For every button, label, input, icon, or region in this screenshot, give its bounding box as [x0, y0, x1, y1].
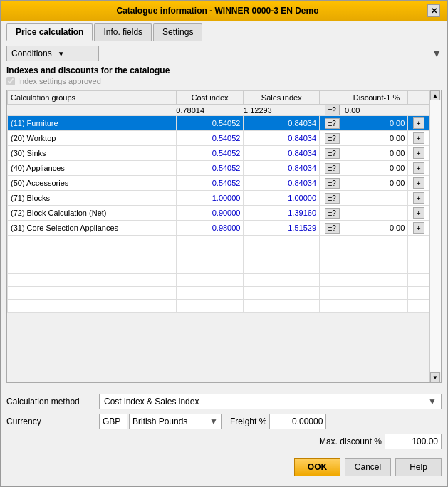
pm-button-row[interactable]: ±?: [325, 223, 340, 234]
data-table: Calculation groups Cost index Sales inde…: [7, 90, 429, 313]
plus-button-row[interactable]: +: [413, 132, 424, 144]
plus-button-row[interactable]: +: [413, 117, 424, 129]
currency-row: Currency British Pounds ▼ Freight %: [6, 414, 442, 429]
cell-sales: 0.84034: [244, 131, 320, 146]
cell-discount: 0.00: [345, 116, 408, 131]
header-pm-btn[interactable]: ±?: [320, 105, 345, 116]
cell-cost: 0.54052: [176, 131, 244, 146]
tab-info-fields[interactable]: Info. fields: [94, 23, 152, 41]
conditions-dropdown[interactable]: Conditions ▼: [6, 46, 99, 61]
pm-button-row[interactable]: ±?: [325, 148, 340, 159]
col-header-cost: Cost index: [176, 91, 244, 105]
table-row[interactable]: (50) Accessories 0.54052 0.84034 ±? 0.00…: [8, 176, 429, 191]
ok-button[interactable]: OOK: [294, 458, 340, 476]
right-panel-dropdown[interactable]: ▼: [432, 48, 442, 59]
scroll-track[interactable]: [430, 100, 441, 372]
help-button[interactable]: Help: [395, 458, 442, 476]
table-row[interactable]: (30) Sinks 0.54052 0.84034 ±? 0.00 +: [8, 146, 429, 161]
window-title: Catalogue information - WINNER 0000-3 EN…: [8, 6, 427, 16]
plus-button-row[interactable]: +: [413, 162, 424, 174]
cell-plus[interactable]: +: [408, 206, 429, 221]
cell-pm[interactable]: ±?: [320, 161, 345, 176]
cell-group: (40) Appliances: [8, 161, 177, 176]
pm-button-header[interactable]: ±?: [325, 105, 340, 115]
cell-plus[interactable]: +: [408, 131, 429, 146]
cell-pm[interactable]: ±?: [320, 131, 345, 146]
pm-button-row[interactable]: ±?: [325, 118, 340, 129]
vertical-scrollbar[interactable]: ▲ ▼: [429, 90, 441, 382]
table-row[interactable]: (40) Appliances 0.54052 0.84034 ±? 0.00 …: [8, 161, 429, 176]
cell-discount: 0.00: [345, 176, 408, 191]
cell-pm[interactable]: ±?: [320, 146, 345, 161]
currency-code-input[interactable]: [99, 414, 127, 429]
table-row-empty: [8, 300, 429, 313]
cell-plus[interactable]: +: [408, 146, 429, 161]
cell-pm[interactable]: ±?: [320, 191, 345, 206]
cell-pm[interactable]: ±?: [320, 176, 345, 191]
plus-button-row[interactable]: +: [413, 177, 424, 189]
calc-method-dropdown[interactable]: Cost index & Sales index ▼: [99, 394, 442, 409]
cell-pm[interactable]: ±?: [320, 206, 345, 221]
cell-plus[interactable]: +: [408, 116, 429, 131]
currency-label: Currency: [6, 417, 99, 426]
close-button[interactable]: ✕: [427, 4, 440, 17]
plus-button-row[interactable]: +: [413, 222, 424, 234]
cell-group: (20) Worktop: [8, 131, 177, 146]
cell-plus[interactable]: +: [408, 161, 429, 176]
cell-cost: 0.54052: [176, 116, 244, 131]
cell-group: (11) Furniture: [8, 116, 177, 131]
conditions-label: Conditions: [11, 48, 52, 58]
freight-input[interactable]: [269, 414, 326, 429]
header-sales-value: 1.12293: [244, 105, 320, 116]
scroll-down-button[interactable]: ▼: [430, 372, 440, 382]
currency-arrow-icon: ▼: [209, 417, 218, 426]
table-row-empty: [8, 248, 429, 261]
header-group-cell: [8, 105, 177, 116]
tab-settings[interactable]: Settings: [153, 23, 202, 41]
cell-cost: 1.00000: [176, 191, 244, 206]
currency-name-dropdown[interactable]: British Pounds ▼: [129, 414, 222, 429]
pm-button-row[interactable]: ±?: [325, 193, 340, 204]
cell-discount: 0.00: [345, 221, 408, 236]
cell-pm[interactable]: ±?: [320, 116, 345, 131]
max-discount-label: Max. discount %: [319, 436, 382, 446]
cell-pm[interactable]: ±?: [320, 221, 345, 236]
title-bar: Catalogue information - WINNER 0000-3 EN…: [1, 1, 447, 21]
pm-button-row[interactable]: ±?: [325, 133, 340, 144]
col-header-discount: Discount-1 %: [345, 91, 408, 105]
cell-plus[interactable]: +: [408, 221, 429, 236]
header-cost-value: 0.78014: [176, 105, 244, 116]
tab-price-calculation[interactable]: Price calculation: [6, 23, 93, 41]
approved-label: Index settings approved: [18, 77, 101, 85]
content-area: Conditions ▼ ▼ Indexes and discounts for…: [1, 41, 447, 486]
cell-plus[interactable]: +: [408, 176, 429, 191]
cancel-button[interactable]: Cancel: [345, 458, 391, 476]
cell-cost: 0.98000: [176, 221, 244, 236]
table-row[interactable]: (20) Worktop 0.54052 0.84034 ±? 0.00 +: [8, 131, 429, 146]
max-discount-row: Max. discount %: [6, 434, 442, 449]
table-row[interactable]: (72) Block Calculation (Net) 0.90000 1.3…: [8, 206, 429, 221]
pm-button-row[interactable]: ±?: [325, 178, 340, 189]
approved-check-row: Index settings approved: [6, 77, 442, 85]
table-row[interactable]: (31) Core Selection Appliances 0.98000 1…: [8, 221, 429, 236]
plus-button-row[interactable]: +: [413, 192, 424, 204]
table-scroll-area[interactable]: Calculation groups Cost index Sales inde…: [7, 90, 429, 382]
pm-button-row[interactable]: ±?: [325, 208, 340, 219]
plus-button-row[interactable]: +: [413, 207, 424, 219]
table-row-empty: [8, 274, 429, 287]
table-row[interactable]: (71) Blocks 1.00000 1.00000 ±? +: [8, 191, 429, 206]
button-row: OOK Cancel Help: [6, 458, 442, 482]
currency-controls: British Pounds ▼ Freight %: [99, 414, 326, 429]
pm-button-row[interactable]: ±?: [325, 163, 340, 174]
cell-discount: 0.00: [345, 131, 408, 146]
scroll-up-button[interactable]: ▲: [430, 90, 440, 100]
cell-sales: 1.00000: [244, 191, 320, 206]
max-discount-input[interactable]: [385, 434, 442, 449]
data-table-wrapper: Calculation groups Cost index Sales inde…: [6, 90, 442, 383]
cell-sales: 1.39160: [244, 206, 320, 221]
cell-sales: 0.84034: [244, 116, 320, 131]
plus-button-row[interactable]: +: [413, 147, 424, 159]
table-row[interactable]: (11) Furniture 0.54052 0.84034 ±? 0.00 +: [8, 116, 429, 131]
cell-plus[interactable]: +: [408, 191, 429, 206]
cell-discount: 0.00: [345, 146, 408, 161]
